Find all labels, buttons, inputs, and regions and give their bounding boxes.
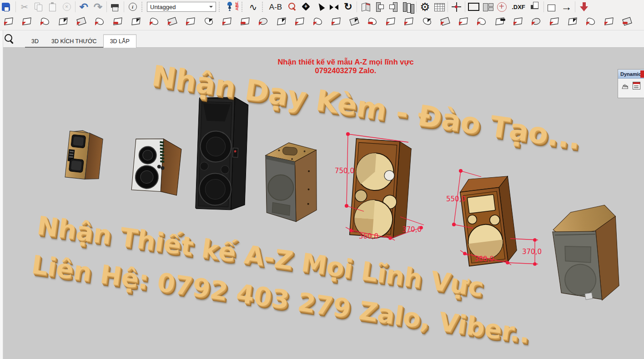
speaker-bookshelf-two-way[interactable] — [127, 134, 185, 199]
toolbar-grip — [219, 2, 221, 12]
chevron-down-icon — [209, 6, 213, 10]
dxf-export-label[interactable]: .DXF — [509, 0, 528, 13]
plugin-follow-me[interactable] — [18, 15, 36, 29]
toolbar-grip — [241, 2, 244, 12]
component-options-icon[interactable] — [633, 82, 640, 90]
plugin-ramp-tool[interactable] — [546, 15, 564, 29]
origin-target-icon[interactable] — [495, 0, 509, 13]
curve-tool-icon[interactable] — [246, 0, 260, 13]
plugin-pillar-grid[interactable] — [364, 15, 382, 29]
toolbar-main: Untagged ABF. A-B .DXF — [0, 0, 644, 14]
plugin-door-panel[interactable] — [582, 15, 600, 29]
select-cursor-icon[interactable] — [313, 0, 327, 13]
copy-icon[interactable] — [31, 0, 45, 13]
plugin-pillars[interactable] — [346, 15, 364, 29]
toolbar-separator — [465, 1, 465, 12]
speaker-monitor-wedge[interactable] — [262, 139, 321, 226]
speaker-grille-large[interactable] — [546, 199, 632, 312]
abf-label: ABF. — [235, 1, 239, 10]
viewport-canvas[interactable]: Nhận thiết kế vẽ mẫu A-Z mọi lĩnh vực 07… — [0, 48, 644, 359]
plugin-shelf-tool[interactable] — [455, 15, 473, 29]
plugin-spiral-stairs[interactable] — [400, 15, 418, 29]
component-split-icon[interactable] — [327, 0, 341, 13]
toolbar-separator — [124, 1, 124, 12]
scene-tab-3d[interactable]: 3D — [25, 36, 45, 48]
search-icon[interactable] — [285, 0, 299, 13]
redo-icon[interactable] — [91, 0, 105, 13]
plugin-shear-box[interactable] — [218, 15, 236, 29]
plugin-push-pull[interactable] — [182, 15, 200, 29]
speaker-tower-black[interactable] — [193, 92, 250, 215]
interact-hand-icon[interactable] — [621, 82, 629, 90]
undo-icon[interactable] — [77, 0, 91, 13]
plugin-layers-red[interactable] — [36, 15, 55, 29]
dim-label-360-b: 360,0 — [474, 255, 494, 263]
plugin-wireframe-box[interactable] — [291, 15, 309, 29]
ab-dimension-tool[interactable]: A-B — [267, 0, 285, 13]
dim-label-550: 550,0 — [446, 195, 466, 203]
scene-tabs: 3D3D KÍCH THƯỚC3D LẮP — [25, 35, 136, 48]
clamp-vertical-icon[interactable] — [387, 0, 401, 13]
toolbar-separator — [106, 1, 107, 12]
plugin-angle-dim[interactable] — [255, 15, 273, 29]
plugin-frame-tool[interactable] — [564, 15, 582, 29]
plugin-zigzag-stairs[interactable] — [528, 15, 546, 29]
arrow-right-icon[interactable] — [559, 0, 574, 13]
tag-filter-dropdown[interactable]: Untagged — [147, 2, 216, 12]
abf-screw-tool-icon[interactable]: ABF. — [223, 0, 240, 13]
box-3d-icon[interactable] — [545, 0, 559, 13]
dim-label-360-a: 360,0 — [359, 232, 378, 240]
model-info-icon[interactable] — [126, 0, 140, 13]
plugin-bolt-tool[interactable] — [491, 15, 509, 29]
plugin-arch-dome[interactable] — [382, 15, 400, 29]
left-edge-strip — [0, 30, 3, 359]
reload-icon[interactable] — [341, 0, 355, 13]
plugin-solid-tools[interactable] — [127, 15, 146, 29]
toolbar-separator — [75, 1, 75, 12]
plugin-round-corner[interactable] — [0, 15, 18, 29]
add-tag-icon[interactable] — [299, 0, 313, 13]
plugin-eraser-red[interactable] — [327, 15, 346, 29]
plugin-unwrap-box[interactable] — [109, 15, 127, 29]
cutlist-table-icon[interactable] — [432, 0, 446, 13]
ad-text-line2: 0792403279 Zalo. — [246, 66, 446, 75]
rectangle-tool-icon[interactable] — [467, 0, 481, 13]
zoom-tool-icon[interactable] — [4, 33, 15, 44]
panel-layout-icon[interactable] — [481, 0, 495, 13]
panel-close-icon[interactable] — [640, 70, 644, 78]
ad-text: Nhận thiết kế vẽ mẫu A-Z mọi lĩnh vực 07… — [246, 58, 446, 75]
dxf-print-icon[interactable] — [528, 0, 542, 13]
plugin-panel-cut[interactable] — [437, 15, 455, 29]
paste-icon[interactable] — [45, 0, 60, 13]
print-icon[interactable] — [108, 0, 122, 13]
delete-icon[interactable] — [60, 0, 74, 13]
plugin-bend-tool[interactable] — [146, 15, 164, 29]
plugin-fold-panel[interactable] — [418, 15, 437, 29]
speaker-small-wood[interactable] — [64, 128, 106, 184]
plugin-arc-red[interactable] — [273, 15, 291, 29]
plugin-polygon-lasso[interactable] — [91, 15, 109, 29]
plugin-layers-color[interactable] — [55, 15, 73, 29]
plugin-joinery-pins[interactable] — [473, 15, 491, 29]
plugin-box-red-top[interactable] — [164, 15, 182, 29]
move-tool-icon[interactable] — [449, 0, 463, 13]
scene-tab-3d-kich-thuoc[interactable]: 3D KÍCH THƯỚC — [45, 36, 103, 48]
plugin-lattice-grid[interactable] — [600, 15, 619, 29]
scene-tab-3d-lap[interactable]: 3D LẮP — [103, 35, 136, 48]
gear-icon[interactable] — [418, 0, 432, 13]
plugin-axes-tool[interactable] — [73, 15, 91, 29]
panel-columns-icon[interactable] — [401, 0, 415, 13]
scene-tab-bar: 3D3D KÍCH THƯỚC3D LẮP — [0, 30, 644, 48]
download-red-icon[interactable] — [577, 0, 591, 13]
plugin-weave-texture[interactable] — [619, 15, 637, 29]
plugin-pyramid[interactable] — [309, 15, 327, 29]
plugin-cross-red[interactable] — [509, 15, 528, 29]
cutlist-book-icon[interactable] — [358, 0, 372, 13]
save-icon[interactable] — [0, 0, 14, 13]
clamp-horizontal-icon[interactable] — [372, 0, 387, 13]
plugin-corner-line[interactable] — [236, 15, 255, 29]
cut-icon[interactable] — [17, 0, 31, 13]
dim-label-750: 750,0 — [335, 167, 354, 175]
plugin-sphere-tool[interactable] — [200, 15, 218, 29]
toolbar-plugins — [0, 14, 644, 30]
